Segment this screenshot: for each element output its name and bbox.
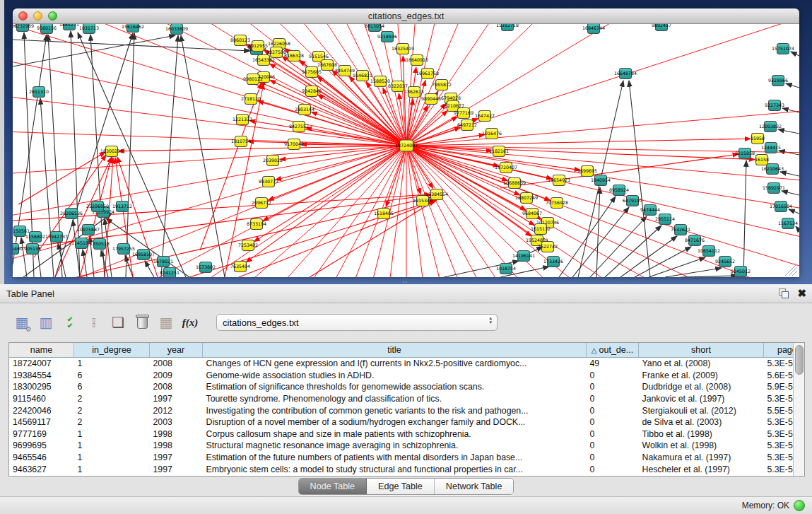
network-node[interactable]: 15720407 [495,163,517,173]
network-node[interactable]: 18325419 [392,44,414,54]
network-node[interactable]: 2718120 [241,94,261,105]
table-row[interactable]: 946554611997Estimation of the future num… [9,452,793,464]
create-table-icon[interactable]: ❏ [106,311,130,334]
network-node[interactable]: 8427552 [289,122,309,132]
network-node[interactable]: 9890448 [421,94,441,105]
network-node[interactable]: 1678021 [153,257,173,267]
table-row[interactable]: 911546021997Tourette syndrome. Phenomeno… [9,393,793,405]
table-select-dropdown[interactable]: citations_edges.txt ▴▾ [216,314,498,331]
network-node[interactable]: 8958924 [609,185,629,196]
network-node[interactable]: 7253402 [238,240,258,251]
network-node[interactable]: 12093832 [759,122,782,132]
network-node[interactable]: 9115460 [13,244,23,255]
column-header-year[interactable]: year [150,343,203,358]
tab-network-table[interactable]: Network Table [435,479,514,494]
network-node[interactable]: 15616462 [122,24,144,33]
column-header-in_degree[interactable]: in_degree [74,343,150,358]
network-node[interactable]: 1647427 [475,111,495,122]
network-node[interactable]: 1673802 [196,262,216,273]
column-header-name[interactable]: name [9,343,74,358]
network-node[interactable]: 9892457 [652,24,671,31]
network-node[interactable]: 2039022 [263,156,283,166]
network-node[interactable]: 8930777 [259,177,278,187]
network-node[interactable]: 7632621 [671,225,690,235]
network-node[interactable]: 1733426 [543,257,563,267]
column-header-short[interactable]: short [639,343,764,358]
table-settings-icon[interactable]: ▦ ⚙ [10,311,34,334]
network-node[interactable]: 7635404 [230,262,250,272]
network-node[interactable]: 9245012 [731,267,751,277]
table-row[interactable]: 1938455462009Genome-wide association stu… [9,370,793,382]
row-selection-icon[interactable]: ✔✔ [58,311,82,334]
show-column-icon[interactable]: ▥ [34,311,58,334]
splitter-grip-icon[interactable] [402,281,408,284]
network-node[interactable]: 18300295 [100,146,123,157]
network-node[interactable]: 15312718 [496,24,519,31]
citation-network-graph[interactable]: 1623296995601561885271103171315616462160… [13,24,799,277]
resize-grip-icon[interactable] [789,267,797,276]
network-node[interactable]: 2651310 [29,87,49,98]
network-node[interactable]: 9227343 [765,100,784,111]
network-node[interactable]: 10654112 [698,246,720,257]
network-node[interactable]: 9329966 [768,76,788,86]
float-panel-icon[interactable] [779,288,789,298]
vertical-scrollbar[interactable] [793,343,804,476]
network-node[interactable]: 2096717 [252,198,271,209]
network-node[interactable]: 8860123 [230,35,250,46]
column-header-title[interactable]: title [203,343,587,358]
network-node[interactable]: 10975887 [77,225,100,235]
column-header-out_degree[interactable]: △out_de... [587,343,639,358]
close-panel-icon[interactable]: ✖ [797,284,806,303]
delete-selected-icon[interactable] [130,311,154,334]
table-row[interactable]: 946362711997Embryonic stem cells: a mode… [9,463,793,475]
network-node[interactable]: 1810754 [231,136,251,147]
network-node[interactable]: 15958 [751,134,765,144]
rows-icon[interactable]: ▯▯ [82,311,106,334]
network-node[interactable]: 1031713 [79,24,99,34]
network-node[interactable]: 13942737 [45,232,68,243]
table-row[interactable]: 977716911998Corpus callosum shape and si… [9,428,793,440]
scrollbar-thumb[interactable] [795,345,804,375]
network-node[interactable]: 9218596 [377,32,397,42]
network-node[interactable]: 8215958 [735,148,755,159]
network-node[interactable]: 15692971 [763,183,785,194]
zoom-window-button[interactable] [48,11,57,21]
tab-node-table[interactable]: Node Table [299,479,367,494]
network-node[interactable]: 16232969 [13,24,34,32]
function-builder-icon[interactable]: f(x) [178,311,202,334]
memory-status-indicator[interactable] [794,500,805,511]
table-row[interactable]: 1872400712008Changes of HCN gene express… [9,358,793,370]
network-canvas[interactable]: 1623296995601561885271103171315616462160… [13,24,799,277]
network-node[interactable]: 1167534 [778,218,798,229]
minimize-window-button[interactable] [33,11,42,21]
network-node[interactable]: 8454749 [335,66,355,76]
network-node[interactable]: 905135 [24,244,41,255]
network-node[interactable]: 6497212 [457,120,477,131]
network-node[interactable]: 6479197 [623,196,642,206]
network-node[interactable]: 7955812 [432,80,452,90]
network-node[interactable]: 18640910 [406,55,428,66]
network-node[interactable]: 1244415 [761,143,781,153]
table-row[interactable]: 1830029562008Estimation of significance … [9,381,793,393]
network-node[interactable]: 8241251 [160,268,180,278]
column-header-pagerank[interactable]: pagerank [764,343,794,358]
tab-edge-table[interactable]: Edge Table [367,479,435,494]
network-node[interactable]: 1840954 [591,175,611,186]
network-node[interactable]: 1913712 [112,201,132,212]
network-node[interactable]: 15751074 [772,44,794,54]
network-node[interactable]: 9146821 [353,71,372,81]
close-window-button[interactable] [18,11,28,21]
network-node[interactable]: 8471676 [685,235,705,246]
resize-grip-icon[interactable] [785,264,797,276]
network-node[interactable]: 16158 [755,155,769,165]
table-row[interactable]: 1456911722003Disruption of a novel membe… [9,416,793,428]
network-node[interactable]: 1885271 [59,24,79,30]
network-node[interactable]: 16846744 [582,24,605,34]
network-node[interactable]: 17016504 [770,201,792,212]
table-row[interactable]: 969969511998Structural magnetic resonanc… [9,440,793,452]
network-node[interactable]: 9560156 [37,24,57,34]
network-node[interactable]: 8813054 [365,24,384,32]
network-node[interactable]: 19654923 [548,175,570,186]
table-row[interactable]: 2242004622012Investigating the contribut… [9,404,793,416]
window-titlebar[interactable]: citations_edges.txt [13,8,799,24]
